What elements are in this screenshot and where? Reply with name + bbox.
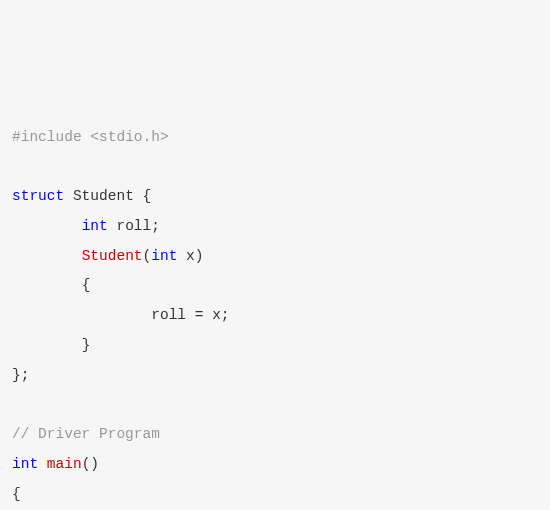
constructor-name: Student — [82, 248, 143, 264]
struct-close: }; — [12, 367, 29, 383]
indent — [12, 277, 82, 293]
main-parens: () — [82, 456, 99, 472]
keyword-int: int — [151, 248, 177, 264]
preprocessor-directive: #include — [12, 129, 82, 145]
param-x: x — [177, 248, 194, 264]
keyword-int: int — [82, 218, 108, 234]
indent — [12, 307, 151, 323]
assignment-stmt: roll = x; — [151, 307, 229, 323]
header-name: <stdio.h> — [82, 129, 169, 145]
comment-driver: // Driver Program — [12, 426, 160, 442]
code-block: #include <stdio.h> struct Student { int … — [12, 123, 538, 510]
brace-close: } — [82, 337, 91, 353]
indent — [12, 248, 82, 264]
indent — [12, 337, 82, 353]
function-main: main — [47, 456, 82, 472]
keyword-struct: struct — [12, 188, 64, 204]
member-roll: roll; — [108, 218, 160, 234]
keyword-int: int — [12, 456, 38, 472]
space — [38, 456, 47, 472]
brace-open: { — [12, 486, 21, 502]
paren-close: ) — [195, 248, 204, 264]
struct-name: Student — [64, 188, 142, 204]
brace-open: { — [82, 277, 91, 293]
brace-open: { — [143, 188, 152, 204]
indent — [12, 218, 82, 234]
paren-open: ( — [143, 248, 152, 264]
